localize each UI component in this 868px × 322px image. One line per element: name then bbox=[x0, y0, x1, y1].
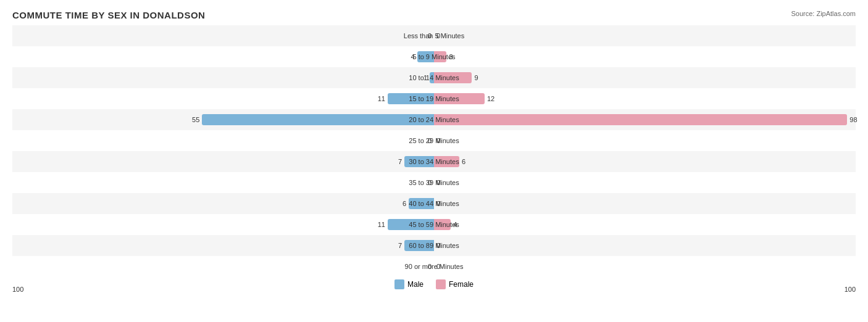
value-female: 0 bbox=[436, 137, 440, 144]
bar-female bbox=[434, 93, 485, 104]
row-label: 35 to 39 Minutes bbox=[409, 179, 459, 186]
value-male: 11 bbox=[378, 221, 385, 228]
bar-male bbox=[430, 72, 434, 83]
bar-female bbox=[434, 156, 459, 167]
chart-title: COMMUTE TIME BY SEX IN DONALDSON bbox=[12, 10, 856, 20]
bar-female bbox=[434, 219, 451, 230]
bar-male bbox=[404, 156, 434, 167]
value-male: 11 bbox=[378, 95, 385, 102]
row-label: 90 or more Minutes bbox=[405, 263, 464, 270]
value-female: 0 bbox=[436, 32, 440, 39]
chart-area: Less than 5 Minutes 0 0 5 to 9 Minutes 4… bbox=[12, 25, 856, 276]
bar-male bbox=[388, 219, 434, 230]
bar-female bbox=[434, 51, 446, 62]
value-male: 4 bbox=[411, 53, 415, 60]
legend: Male Female bbox=[12, 279, 856, 289]
value-male: 6 bbox=[403, 200, 406, 207]
value-female: 98 bbox=[849, 116, 857, 123]
bar-male bbox=[409, 198, 434, 209]
value-male: 0 bbox=[428, 32, 432, 39]
value-male: 0 bbox=[428, 137, 432, 144]
chart-row: 40 to 44 Minutes 6 0 bbox=[12, 193, 856, 214]
chart-row: 15 to 19 Minutes 11 12 bbox=[12, 88, 856, 109]
legend-male: Male bbox=[394, 279, 424, 289]
chart-row: 5 to 9 Minutes 4 3 bbox=[12, 46, 856, 67]
legend-male-box bbox=[394, 279, 404, 289]
source-text: Source: ZipAtlas.com bbox=[791, 10, 856, 17]
value-female: 3 bbox=[449, 53, 453, 60]
bar-female bbox=[434, 72, 472, 83]
chart-row: 35 to 39 Minutes 0 0 bbox=[12, 172, 856, 193]
value-female: 9 bbox=[474, 74, 478, 81]
chart-row: 30 to 34 Minutes 7 6 bbox=[12, 151, 856, 172]
value-female: 0 bbox=[436, 263, 440, 270]
chart-row: Less than 5 Minutes 0 0 bbox=[12, 25, 856, 46]
value-female: 0 bbox=[436, 179, 440, 186]
legend-female-box bbox=[436, 279, 446, 289]
value-female: 6 bbox=[462, 158, 465, 165]
bar-male bbox=[202, 114, 434, 125]
bar-male bbox=[388, 93, 434, 104]
chart-row: 90 or more Minutes 0 0 bbox=[12, 256, 856, 277]
axis-right: 100 bbox=[845, 286, 856, 293]
chart-row: 45 to 59 Minutes 11 4 bbox=[12, 214, 856, 235]
value-male: 1 bbox=[424, 74, 427, 81]
chart-container: COMMUTE TIME BY SEX IN DONALDSON Source:… bbox=[0, 0, 868, 322]
legend-male-label: Male bbox=[407, 280, 424, 289]
value-male: 0 bbox=[428, 179, 432, 186]
bar-male bbox=[417, 51, 434, 62]
axis-left: 100 bbox=[12, 286, 23, 293]
bar-male bbox=[404, 240, 434, 251]
value-female: 0 bbox=[436, 242, 440, 249]
row-label: 25 to 29 Minutes bbox=[409, 137, 459, 144]
legend-female-label: Female bbox=[449, 280, 474, 289]
chart-row: 60 to 89 Minutes 7 0 bbox=[12, 235, 856, 256]
chart-row: 25 to 29 Minutes 0 0 bbox=[12, 130, 856, 151]
value-male: 7 bbox=[398, 242, 402, 249]
row-label: Less than 5 Minutes bbox=[404, 32, 464, 39]
bar-female bbox=[434, 114, 847, 125]
chart-row: 10 to 14 Minutes 1 9 bbox=[12, 67, 856, 88]
legend-female: Female bbox=[436, 279, 474, 289]
value-male: 0 bbox=[428, 263, 432, 270]
value-female: 4 bbox=[453, 221, 457, 228]
value-male: 7 bbox=[398, 158, 402, 165]
value-female: 12 bbox=[487, 95, 495, 102]
value-female: 0 bbox=[436, 200, 440, 207]
value-male: 55 bbox=[192, 116, 199, 123]
chart-row: 20 to 24 Minutes 55 98 bbox=[12, 109, 856, 130]
